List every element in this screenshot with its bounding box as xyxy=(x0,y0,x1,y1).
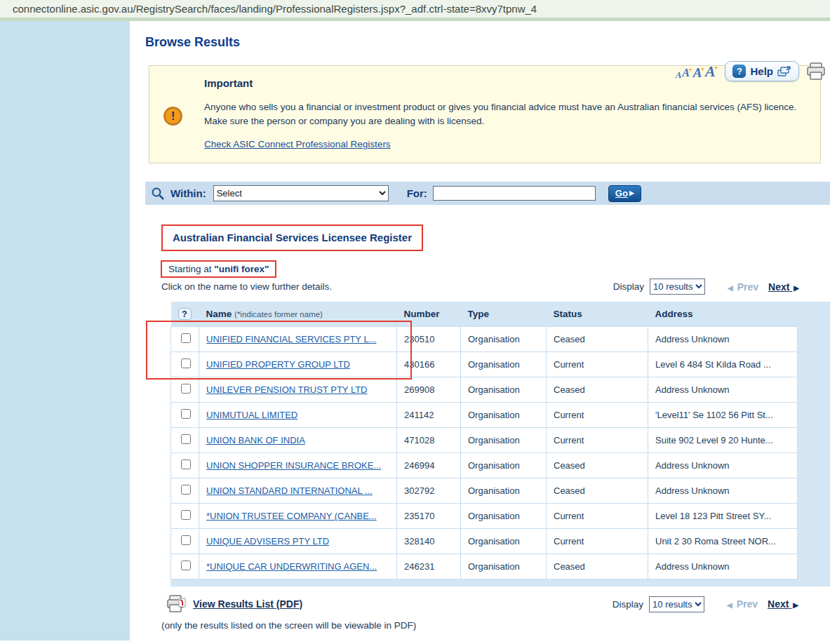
licensee-address: 'Level11' Se 1102 56 Pitt St... xyxy=(648,403,798,428)
page-url: connectonline.asic.gov.au/RegistrySearch… xyxy=(13,3,537,15)
instruction-text: Click on the name to view further detail… xyxy=(161,281,332,292)
next-arrow-icon: ▶ xyxy=(794,284,799,292)
row-checkbox[interactable] xyxy=(181,485,191,495)
licensee-number: 471028 xyxy=(397,428,461,453)
font-size-controls: A A+ A+ A+ xyxy=(676,64,718,79)
licensee-name-link[interactable]: UNION SHOPPER INSURANCE BROKE... xyxy=(206,460,381,471)
row-checkbox[interactable] xyxy=(181,333,191,343)
table-row: *UNION TRUSTEE COMPANY (CANBE...235170Or… xyxy=(171,504,798,529)
column-help-icon[interactable]: ? xyxy=(178,308,192,320)
licensee-type: Organisation xyxy=(461,504,547,529)
licensee-number: 241142 xyxy=(397,403,461,428)
row-checkbox[interactable] xyxy=(181,561,191,570)
browser-address-bar[interactable]: connectonline.asic.gov.au/RegistrySearch… xyxy=(0,0,830,21)
licensee-status: Ceased xyxy=(547,327,648,352)
licensee-name-link[interactable]: UNIFIED FINANCIAL SERVICES PTY L... xyxy=(206,334,377,344)
row-checkbox[interactable] xyxy=(181,535,191,545)
former-name-note: (*indicates former name) xyxy=(234,310,323,318)
font-size-small-button[interactable]: A xyxy=(676,70,682,79)
licensee-status: Ceased xyxy=(547,453,648,478)
licensee-address: Level 6 484 St Kilda Road ... xyxy=(648,352,798,377)
licensee-number: 430166 xyxy=(397,352,461,377)
table-row: UNIFIED FINANCIAL SERVICES PTY L...23051… xyxy=(171,327,798,352)
number-column-header: Number xyxy=(397,302,461,327)
licensee-number: 235170 xyxy=(397,504,461,529)
row-checkbox[interactable] xyxy=(181,358,191,368)
row-checkbox[interactable] xyxy=(181,409,191,419)
go-arrow-icon: ▶ xyxy=(629,189,634,196)
view-results-pdf-link[interactable]: View Results List (PDF) xyxy=(193,598,302,610)
within-select[interactable]: Select xyxy=(213,185,389,201)
display-label-bottom: Display xyxy=(613,599,643,610)
annotation-box-register-title: Australian Financial Services Licensee R… xyxy=(161,224,423,251)
licensee-name-link[interactable]: UNION STANDARD INTERNATIONAL ... xyxy=(206,485,373,496)
licensee-name-link[interactable]: UNILEVER PENSION TRUST PTY LTD xyxy=(206,384,367,395)
search-term-input[interactable] xyxy=(433,186,596,201)
licensee-name-link[interactable]: UNIQUE ADVISERS PTY LTD xyxy=(206,536,329,546)
table-row: UNION BANK OF INDIA471028OrganisationCur… xyxy=(171,428,798,453)
results-per-page-select-bottom[interactable]: 10 results xyxy=(649,596,704,612)
licensee-status: Current xyxy=(547,529,648,554)
search-icon xyxy=(151,187,165,201)
table-row: *UNIQUE CAR UNDERWRITING AGEN...246231Or… xyxy=(171,554,798,579)
licensee-status: Ceased xyxy=(547,478,648,504)
plus-icon: + xyxy=(688,66,692,74)
licensee-address: Address Unknown xyxy=(648,554,798,579)
row-checkbox[interactable] xyxy=(181,384,191,394)
licensee-name-link[interactable]: *UNIQUE CAR UNDERWRITING AGEN... xyxy=(206,561,377,572)
licensee-name-link[interactable]: UNION BANK OF INDIA xyxy=(206,435,305,445)
licensee-status: Current xyxy=(547,428,648,453)
licensee-name-link[interactable]: UNIFIED PROPERTY GROUP LTD xyxy=(206,359,350,370)
starting-at-label: Starting at xyxy=(168,264,212,274)
licensee-type: Organisation xyxy=(461,377,547,403)
font-size-xlarge-button[interactable]: A+ xyxy=(705,64,718,79)
printer-icon[interactable] xyxy=(806,62,826,81)
plus-icon: + xyxy=(714,64,718,72)
prev-button-bottom[interactable]: ◀ Prev xyxy=(725,598,758,610)
licensee-number: 246231 xyxy=(397,554,461,579)
table-row: UNILEVER PENSION TRUST PTY LTD269908Orga… xyxy=(171,377,798,403)
help-button[interactable]: ? Help xyxy=(725,61,799,81)
next-button-top[interactable]: Next ▶ xyxy=(768,281,801,293)
licensee-name-link[interactable]: *UNION TRUSTEE COMPANY (CANBE... xyxy=(206,511,377,521)
help-button-label: Help xyxy=(750,65,773,77)
pdf-note: (only the results listed on the screen w… xyxy=(161,620,830,631)
next-button-bottom[interactable]: Next ▶ xyxy=(768,598,800,610)
page-title: Browse Results xyxy=(145,35,830,50)
display-label-top: Display xyxy=(613,281,644,292)
row-checkbox[interactable] xyxy=(181,510,191,520)
licensee-name-link[interactable]: UNIMUTUAL LIMITED xyxy=(206,410,297,420)
licensee-address: Address Unknown xyxy=(648,453,798,478)
licensee-status: Ceased xyxy=(547,554,648,579)
licensee-address: Address Unknown xyxy=(648,478,798,504)
licensee-address: Suite 902 Level 9 20 Hunte... xyxy=(648,428,798,453)
check-registers-link[interactable]: Check ASIC Connect Professional Register… xyxy=(204,139,391,149)
table-row: UNION STANDARD INTERNATIONAL ...302792Or… xyxy=(171,478,798,504)
results-table: ? Name (*indicates former name) Number T… xyxy=(170,302,798,579)
licensee-status: Current xyxy=(547,504,648,529)
prev-arrow-icon: ◀ xyxy=(728,284,733,292)
licensee-type: Organisation xyxy=(461,554,547,579)
go-button[interactable]: Go ▶ xyxy=(608,185,641,202)
licensee-address: Address Unknown xyxy=(648,377,798,403)
table-row: UNIMUTUAL LIMITED241142OrganisationCurre… xyxy=(171,403,798,428)
row-checkbox[interactable] xyxy=(181,459,191,469)
licensee-address: Address Unknown xyxy=(648,327,798,352)
prev-arrow-icon: ◀ xyxy=(727,601,732,609)
table-row: UNION SHOPPER INSURANCE BROKE...246994Or… xyxy=(171,453,798,478)
results-per-page-select-top[interactable]: 10 results xyxy=(650,279,705,295)
licensee-number: 302792 xyxy=(397,478,461,504)
licensee-type: Organisation xyxy=(461,529,547,554)
register-title: Australian Financial Services Licensee R… xyxy=(173,232,412,243)
within-label: Within: xyxy=(170,187,206,199)
font-size-large-button[interactable]: A+ xyxy=(693,66,704,79)
licensee-type: Organisation xyxy=(461,453,547,478)
licensee-number: 328140 xyxy=(397,529,461,554)
row-checkbox[interactable] xyxy=(181,434,191,444)
font-size-medium-button[interactable]: A+ xyxy=(682,67,692,79)
question-icon: ? xyxy=(732,65,746,78)
prev-button-top[interactable]: ◀ Prev xyxy=(726,281,758,293)
starting-at-value: "unifi forex" xyxy=(214,264,269,274)
left-sidebar xyxy=(0,21,130,640)
search-bar: Within: Select For: Go ▶ xyxy=(145,182,830,205)
